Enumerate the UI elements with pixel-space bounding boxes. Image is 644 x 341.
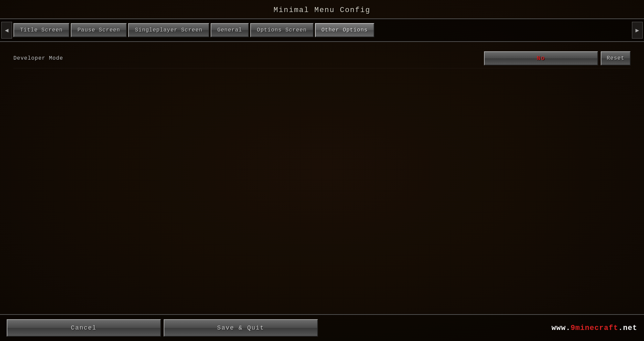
tab-arrow-left[interactable]: ◀ (1, 22, 12, 39)
page-wrapper: Minimal Menu Config ◀ Title Screen Pause… (0, 0, 644, 341)
tab-title-screen[interactable]: Title Screen (13, 23, 69, 37)
tab-singleplayer-screen[interactable]: Singleplayer Screen (128, 23, 209, 37)
tab-other-options[interactable]: Other Options (315, 23, 375, 37)
page-title: Minimal Menu Config (0, 0, 644, 18)
tabs-container: Title Screen Pause Screen Singleplayer S… (13, 23, 631, 37)
watermark-9minecraft: 9minecraft (571, 324, 618, 332)
developer-mode-label: Developer Mode (13, 55, 63, 61)
tab-arrow-right[interactable]: ▶ (632, 22, 643, 39)
developer-mode-controls: No Reset (484, 51, 631, 65)
cancel-button[interactable]: Cancel (7, 319, 161, 337)
bottom-bar: Cancel Save & Quit www.9minecraft.net (0, 314, 644, 341)
content-area: Developer Mode No Reset (0, 42, 644, 314)
developer-mode-reset[interactable]: Reset (601, 51, 631, 65)
tab-bar: ◀ Title Screen Pause Screen Singleplayer… (0, 18, 644, 42)
tab-options-screen[interactable]: Options Screen (250, 23, 313, 37)
tab-pause-screen[interactable]: Pause Screen (71, 23, 127, 37)
watermark: www.9minecraft.net (551, 324, 637, 332)
developer-mode-toggle[interactable]: No (484, 51, 598, 65)
chevron-left-icon: ◀ (5, 26, 9, 34)
save-quit-button[interactable]: Save & Quit (164, 319, 318, 337)
chevron-right-icon: ▶ (636, 26, 639, 34)
setting-row-developer-mode: Developer Mode No Reset (13, 49, 631, 68)
tab-general[interactable]: General (211, 23, 249, 37)
watermark-net: .net (618, 324, 637, 332)
watermark-www: www. (551, 324, 571, 332)
